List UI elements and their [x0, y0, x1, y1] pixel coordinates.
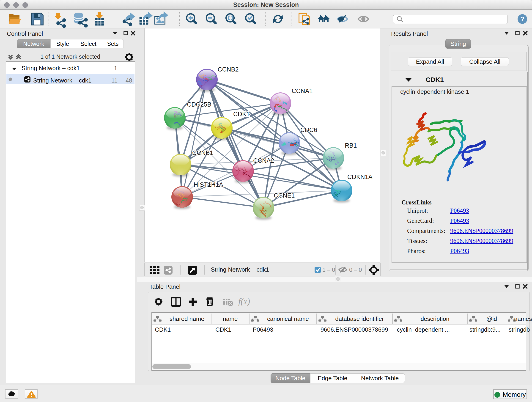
svg-text:CDKN1A: CDKN1A: [347, 173, 373, 180]
svg-text:CCNB2: CCNB2: [218, 66, 239, 73]
svg-text:CCNA1: CCNA1: [292, 88, 313, 95]
svg-text:CDC6: CDC6: [300, 127, 317, 133]
svg-text:0 – 0: 0 – 0: [349, 267, 362, 273]
svg-text:CCNE1: CCNE1: [274, 192, 295, 199]
svg-text:?: ?: [520, 15, 525, 23]
svg-text:f(x): f(x): [238, 297, 250, 306]
svg-text:CDC25B: CDC25B: [187, 101, 211, 108]
svg-text:CCNB1: CCNB1: [192, 149, 213, 156]
svg-text:RB1: RB1: [345, 142, 357, 149]
svg-text:CCNA2: CCNA2: [253, 157, 274, 164]
svg-text:CDK1: CDK1: [233, 111, 250, 118]
svg-text:1 – 0: 1 – 0: [322, 267, 335, 273]
svg-text:HIST1H1A: HIST1H1A: [194, 181, 223, 188]
